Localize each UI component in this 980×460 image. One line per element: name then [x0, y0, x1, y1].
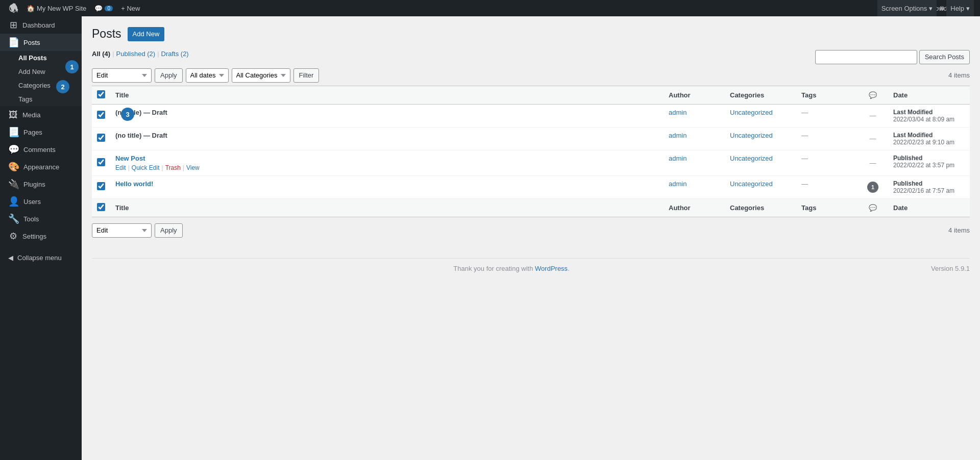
site-name-link[interactable]: 🏠 My New WP Site	[22, 0, 90, 16]
bulk-action-select-top[interactable]: Edit Move to Trash	[92, 68, 152, 83]
row-action-trash[interactable]: Trash	[165, 164, 181, 171]
sidebar-item-comments[interactable]: 💬 Comments	[0, 141, 82, 158]
comments-dash: —	[870, 159, 876, 167]
sidebar-item-categories[interactable]: Categories	[0, 79, 82, 92]
tf-categories[interactable]: Categories	[725, 198, 796, 217]
filter-button[interactable]: Filter	[293, 68, 320, 83]
wordpress-link[interactable]: WordPress	[535, 265, 568, 272]
sidebar-item-tags[interactable]: Tags	[0, 92, 82, 106]
filter-search-bar: Search Posts All (4) | Published (2) | D…	[92, 50, 970, 68]
annotation-circle-2: 2	[56, 80, 69, 93]
row-author-cell: admin	[664, 104, 725, 127]
row-checkbox[interactable]	[97, 111, 105, 119]
comments-dash: —	[870, 112, 876, 119]
media-icon: 🖼	[8, 110, 18, 119]
date-status: Published	[893, 180, 965, 187]
apply-button-top[interactable]: Apply	[155, 68, 183, 83]
select-all-checkbox-bottom[interactable]	[97, 203, 105, 211]
sidebar-item-pages[interactable]: 📃 Pages	[0, 123, 82, 141]
sidebar-item-appearance[interactable]: 🎨 Appearance	[0, 158, 82, 175]
th-categories[interactable]: Categories	[725, 86, 796, 104]
add-new-button[interactable]: Add New	[128, 27, 165, 41]
row-checkbox[interactable]	[97, 182, 105, 190]
wp-logo-link[interactable]	[4, 0, 22, 16]
date-status: Last Modified	[893, 132, 965, 139]
category-link[interactable]: Uncategorized	[730, 155, 773, 162]
author-link[interactable]: admin	[669, 180, 687, 188]
help-button[interactable]: Help ▾	[946, 0, 974, 16]
filter-drafts-link[interactable]: Drafts (2)	[161, 50, 189, 58]
apply-button-bottom[interactable]: Apply	[155, 223, 183, 238]
author-link[interactable]: admin	[669, 155, 687, 162]
th-checkbox	[92, 86, 110, 104]
post-title-link[interactable]: New Post	[115, 155, 145, 162]
home-icon: 🏠	[27, 5, 35, 12]
search-posts-button[interactable]: Search Posts	[919, 50, 970, 64]
sidebar-label-appearance: Appearance	[23, 163, 59, 171]
date-filter-select[interactable]: All dates	[186, 68, 229, 83]
filter-all-link[interactable]: All (4)	[92, 50, 110, 58]
comment-col-icon-foot: 💬	[869, 204, 877, 212]
row-title-cell: New PostEdit | Quick Edit | Trash | View	[110, 150, 664, 175]
category-link[interactable]: Uncategorized	[730, 132, 773, 139]
row-comments-cell: 1	[857, 175, 888, 198]
search-input[interactable]	[815, 50, 917, 64]
th-comments[interactable]: 💬	[857, 86, 888, 104]
row-categories-cell: Uncategorized	[725, 150, 796, 175]
row-author-cell: admin	[664, 127, 725, 150]
sidebar-item-posts[interactable]: 📄 Posts	[0, 34, 82, 51]
tf-tags[interactable]: Tags	[796, 198, 857, 217]
th-tags[interactable]: Tags	[796, 86, 857, 104]
new-content-link[interactable]: + New	[117, 0, 144, 16]
select-all-checkbox[interactable]	[97, 90, 105, 98]
action-separator: |	[183, 164, 184, 171]
tf-date[interactable]: Date	[888, 198, 970, 217]
sidebar-item-users[interactable]: 👤 Users	[0, 193, 82, 210]
tf-comments[interactable]: 💬	[857, 198, 888, 217]
main-content: Posts Add New Search Posts All (4) | Pub…	[82, 16, 980, 460]
sidebar-item-dashboard[interactable]: ⊞ Dashboard	[0, 16, 82, 34]
tf-author[interactable]: Author	[664, 198, 725, 217]
bulk-actions-bar-top: Edit Move to Trash Apply All dates All C…	[92, 68, 970, 83]
category-link[interactable]: Uncategorized	[730, 109, 773, 116]
add-new-label: Add New	[18, 68, 45, 75]
comments-link[interactable]: 💬 0	[90, 0, 117, 16]
sidebar-label-plugins: Plugins	[23, 181, 45, 188]
date-value: 2022/02/16 at 7:57 am	[893, 187, 965, 194]
row-checkbox-cell	[92, 104, 110, 127]
collapse-label: Collapse menu	[17, 254, 62, 262]
bulk-action-select-bottom[interactable]: Edit Move to Trash	[92, 223, 152, 238]
tags-value: —	[801, 180, 808, 188]
row-action-edit[interactable]: Edit	[115, 164, 126, 171]
action-separator: |	[128, 164, 130, 171]
sidebar-item-settings[interactable]: ⚙ Settings	[0, 227, 82, 245]
sidebar-item-plugins[interactable]: 🔌 Plugins	[0, 175, 82, 193]
filter-links: All (4) | Published (2) | Drafts (2)	[92, 50, 815, 58]
tags-value: —	[801, 132, 808, 139]
filter-published-link[interactable]: Published (2)	[116, 50, 156, 58]
tags-label: Tags	[18, 95, 32, 103]
category-link[interactable]: Uncategorized	[730, 180, 773, 188]
tags-value: —	[801, 155, 808, 162]
row-action-quick-edit[interactable]: Quick Edit	[132, 164, 160, 171]
tf-title[interactable]: Title	[110, 198, 664, 217]
comment-bubble[interactable]: 1	[867, 182, 878, 193]
th-author[interactable]: Author	[664, 86, 725, 104]
row-checkbox[interactable]	[97, 158, 105, 166]
row-checkbox[interactable]	[97, 134, 105, 142]
sidebar-item-tools[interactable]: 🔧 Tools	[0, 210, 82, 227]
screen-options-button[interactable]: Screen Options ▾	[877, 0, 937, 16]
author-link[interactable]: admin	[669, 109, 687, 116]
th-date[interactable]: Date	[888, 86, 970, 104]
row-action-view[interactable]: View	[186, 164, 200, 171]
categories-label: Categories	[18, 82, 51, 89]
th-title[interactable]: Title	[110, 86, 664, 104]
wp-logo-icon	[8, 3, 18, 13]
collapse-menu-button[interactable]: ◀ Collapse menu	[0, 249, 82, 267]
category-filter-select[interactable]: All Categories	[232, 68, 290, 83]
post-title-link[interactable]: Hello world!	[115, 180, 153, 188]
items-count-top: 4 items	[948, 71, 970, 79]
col-tags-label-foot: Tags	[801, 204, 816, 212]
author-link[interactable]: admin	[669, 132, 687, 139]
sidebar-item-media[interactable]: 🖼 Media	[0, 106, 82, 123]
